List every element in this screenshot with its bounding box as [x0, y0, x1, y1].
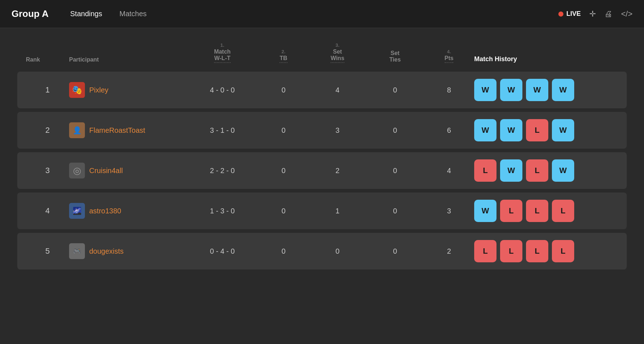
name-flame[interactable]: FlameRoastToast: [89, 126, 145, 135]
badge-2-1: W: [474, 119, 496, 141]
tb-2: 0: [258, 126, 309, 135]
rank-1: 1: [26, 85, 69, 95]
pts-3: 4: [424, 167, 474, 175]
col-setwins: 3. SetWins: [309, 42, 366, 63]
col-pts-num: 4.: [424, 49, 474, 54]
badge-3-2: W: [500, 159, 522, 182]
setties-5: 0: [366, 247, 424, 255]
avatar-doug: 🎮: [69, 243, 85, 259]
player-row-3: 3 ◎ Cruisin4all 2 - 2 - 0 0 2 0 4 L W L …: [17, 152, 627, 189]
col-pts: 4. Pts: [424, 49, 474, 63]
participant-2: 👤 FlameRoastToast: [69, 122, 186, 138]
badge-3-4: W: [552, 159, 574, 182]
participant-5: 🎮 dougexists: [69, 243, 186, 259]
col-match-history: Match History: [474, 55, 618, 63]
player-row-2: 2 👤 FlameRoastToast 3 - 1 - 0 0 3 0 6 W …: [17, 112, 627, 149]
pts-5: 2: [424, 247, 474, 255]
wlt-5: 0 - 4 - 0: [186, 247, 258, 255]
badge-4-4: L: [552, 200, 574, 222]
move-icon[interactable]: ✛: [589, 9, 596, 19]
header-actions: LIVE ✛ 🖨 </>: [558, 9, 632, 19]
badge-2-3: L: [526, 119, 548, 141]
col-rank: Rank: [26, 56, 69, 63]
avatar-pixley: 🎭: [69, 82, 85, 98]
live-badge: LIVE: [558, 10, 581, 18]
pts-2: 6: [424, 126, 474, 135]
live-dot-icon: [558, 12, 563, 17]
col-setwins-label: SetWins: [331, 49, 344, 63]
col-wlt-label: MatchW-L-T: [214, 49, 231, 63]
nav-matches[interactable]: Matches: [119, 7, 147, 21]
name-doug[interactable]: dougexists: [89, 247, 124, 255]
wlt-4: 1 - 3 - 0: [186, 207, 258, 215]
col-pts-label: Pts: [445, 55, 454, 63]
setties-4: 0: [366, 207, 424, 215]
avatar-astro: 🌌: [69, 203, 85, 219]
participant-4: 🌌 astro1380: [69, 203, 186, 219]
badge-5-2: L: [500, 240, 522, 262]
setwins-4: 1: [309, 207, 366, 215]
name-cruisin[interactable]: Cruisin4all: [89, 167, 123, 175]
badge-5-1: L: [474, 240, 496, 262]
badge-2-2: W: [500, 119, 522, 141]
badge-3-3: L: [526, 159, 548, 182]
avatar-cruisin: ◎: [69, 163, 85, 178]
badge-4-1: W: [474, 200, 496, 222]
header: Group A Standings Matches LIVE ✛ 🖨 </>: [0, 0, 644, 28]
setwins-2: 3: [309, 126, 366, 135]
history-1: W W W W: [474, 79, 618, 101]
player-row-4: 4 🌌 astro1380 1 - 3 - 0 0 1 0 3 W L L L: [17, 193, 627, 229]
col-tb-label: TB: [280, 55, 287, 63]
col-wlt-num: 1.: [186, 42, 258, 48]
tb-4: 0: [258, 207, 309, 215]
rank-5: 5: [26, 246, 69, 256]
name-astro[interactable]: astro1380: [89, 207, 121, 215]
header-nav: Standings Matches: [70, 7, 558, 21]
name-pixley[interactable]: Pixley: [89, 86, 108, 94]
badge-5-4: L: [552, 240, 574, 262]
col-rank-label: Rank: [26, 56, 40, 63]
col-tb-num: 2.: [258, 49, 309, 54]
setties-3: 0: [366, 167, 424, 175]
col-participant: Participant: [69, 56, 186, 63]
participant-3: ◎ Cruisin4all: [69, 163, 186, 178]
col-tb: 2. TB: [258, 49, 309, 63]
code-icon[interactable]: </>: [621, 9, 632, 19]
badge-1-4: W: [552, 79, 574, 101]
badge-1-3: W: [526, 79, 548, 101]
history-3: L W L W: [474, 159, 618, 182]
player-row-1: 1 🎭 Pixley 4 - 0 - 0 0 4 0 8 W W W W: [17, 72, 627, 108]
col-setties-label: SetTies: [389, 50, 401, 63]
group-title: Group A: [12, 8, 49, 19]
badge-5-3: L: [526, 240, 548, 262]
history-4: W L L L: [474, 200, 618, 222]
col-match-history-label: Match History: [474, 55, 517, 63]
wlt-2: 3 - 1 - 0: [186, 126, 258, 135]
badge-2-4: W: [552, 119, 574, 141]
wlt-3: 2 - 2 - 0: [186, 167, 258, 175]
column-headers: Rank Participant 1. MatchW-L-T 2. TB 3. …: [17, 42, 627, 72]
setwins-3: 2: [309, 167, 366, 175]
print-icon[interactable]: 🖨: [604, 9, 612, 19]
nav-standings[interactable]: Standings: [70, 7, 102, 21]
player-row-5: 5 🎮 dougexists 0 - 4 - 0 0 0 0 2 L L L L: [17, 233, 627, 270]
col-setwins-num: 3.: [309, 42, 366, 48]
col-setties: SetTies: [366, 50, 424, 63]
tb-5: 0: [258, 247, 309, 255]
rank-4: 4: [26, 206, 69, 216]
setwins-5: 0: [309, 247, 366, 255]
setwins-1: 4: [309, 86, 366, 94]
setties-2: 0: [366, 126, 424, 135]
live-label: LIVE: [566, 10, 581, 18]
pts-4: 3: [424, 207, 474, 215]
badge-1-1: W: [474, 79, 496, 101]
rank-3: 3: [26, 166, 69, 175]
badge-4-2: L: [500, 200, 522, 222]
badge-3-1: L: [474, 159, 496, 182]
setties-1: 0: [366, 86, 424, 94]
col-wlt: 1. MatchW-L-T: [186, 42, 258, 63]
history-2: W W L W: [474, 119, 618, 141]
avatar-flame: 👤: [69, 122, 85, 138]
pts-1: 8: [424, 86, 474, 94]
history-5: L L L L: [474, 240, 618, 262]
